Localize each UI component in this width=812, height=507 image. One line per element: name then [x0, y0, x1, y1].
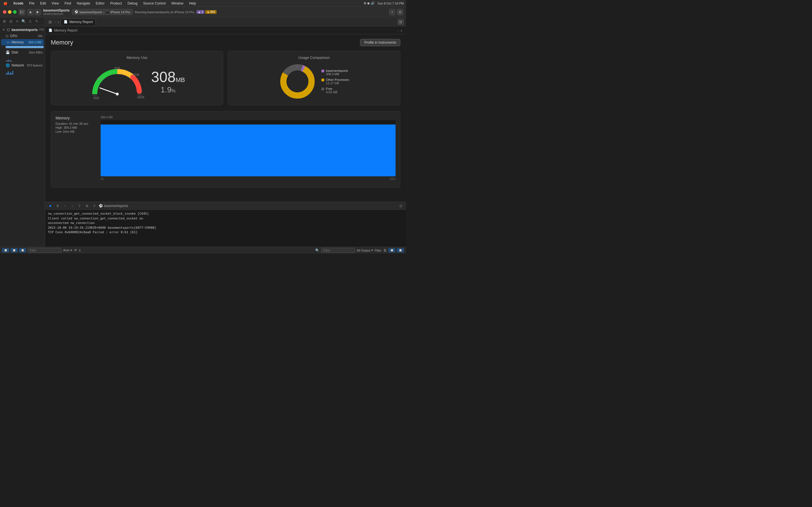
spark-bar [6, 61, 6, 62]
sidebar-item-memory[interactable]: ▭ Memory 308.3 MB [1, 39, 44, 45]
status-right: 🔍 All Output ▾ Filter 🗑 🔲 🔲 [315, 248, 404, 253]
sidebar-hierarchy-icon[interactable]: ≡ [15, 19, 20, 24]
close-button[interactable] [3, 10, 6, 14]
sidebar-warning-icon[interactable]: ⚠ [28, 19, 33, 24]
svg-text:16GB: 16GB [137, 96, 144, 99]
legend-label-basementsports: basementsports [326, 69, 348, 72]
right-filter-input[interactable] [321, 248, 355, 253]
menu-editor[interactable]: Editor [95, 1, 106, 5]
menu-navigate[interactable]: Navigate [75, 1, 91, 5]
device-app-name: basementSports [80, 10, 102, 14]
tab-memory-report[interactable]: 📄 Memory Report [61, 18, 96, 25]
console-pause-button[interactable]: ⏸ [55, 203, 60, 209]
apple-menu[interactable]: 🍎 [2, 1, 9, 5]
legend-value-free: 4.53 GB [326, 91, 337, 94]
console-record-button[interactable]: ■ [47, 203, 53, 209]
usage-comparison-card: Usage Comparison [228, 51, 400, 105]
time-axis: 0s 189s [101, 177, 396, 180]
svg-point-3 [116, 93, 119, 96]
menu-file[interactable]: File [28, 1, 36, 5]
project-architecture: newArchitecture [43, 12, 70, 15]
clear-icon[interactable]: 🗑 [383, 248, 387, 252]
sidebar-item-network[interactable]: 🌐 Network 373 bytes/s [0, 62, 45, 68]
disk-label: Disk [11, 50, 27, 54]
purple-badge[interactable]: ▲ 1 [197, 10, 204, 14]
add-button[interactable]: + [389, 9, 395, 15]
device-selector[interactable]: ⚽ basementSports › 📱 iPhone 14 Pro [72, 9, 133, 15]
menu-debug[interactable]: Debug [126, 1, 139, 5]
output-label[interactable]: All Output ▾ [357, 248, 373, 252]
memory-graph-duration: Duration: 41 min 39 sec [56, 122, 95, 125]
spark-bar [12, 71, 13, 75]
menu-window[interactable]: Window [170, 1, 185, 5]
menu-edit[interactable]: Edit [39, 1, 47, 5]
minimize-button[interactable] [8, 10, 11, 14]
network-sparkline [6, 69, 43, 75]
run-button[interactable]: ▶ [35, 9, 41, 15]
sidebar-search-icon[interactable]: 🔍 [21, 19, 26, 24]
status-blue-badge2[interactable]: 🔲 [397, 248, 404, 252]
spark-bar [7, 60, 8, 62]
collapse-arrow-icon: ▼ [2, 28, 5, 31]
yellow-badge[interactable]: ▲ 865 [205, 10, 216, 14]
gauge-percent: 1.9% [151, 86, 185, 94]
legend-color-yellow [321, 78, 324, 81]
sidebar-item-cpu[interactable]: ⊡ CPU 0% [0, 33, 45, 39]
svg-text:4GB: 4GB [97, 77, 103, 80]
sidebar-toggle-button[interactable] [19, 9, 25, 15]
breadcrumb-back[interactable]: ‹ [397, 28, 399, 33]
memory-graph-title: Memory [56, 116, 95, 120]
donut-legend: basementsports 308.3 MB Other Processes … [321, 69, 349, 94]
memory-chart-fill [101, 124, 396, 176]
console-down-button[interactable]: ↓ [69, 203, 75, 209]
memory-label: Memory [11, 40, 27, 44]
breadcrumb-label: Memory Report [54, 29, 78, 33]
menubar-time: Sun 8 Oct 7:19 PM [377, 2, 404, 5]
spark-bar [8, 59, 9, 62]
menu-xcode[interactable]: Xcode [12, 1, 24, 5]
console-copy-button[interactable]: ⧉ [84, 203, 90, 209]
legend-value-basementsports: 308.3 MB [326, 72, 348, 76]
menu-product[interactable]: Product [109, 1, 123, 5]
stop-button[interactable]: ■ [28, 9, 34, 15]
breadcrumb-forward[interactable]: › [400, 28, 403, 33]
menu-help[interactable]: Help [188, 1, 197, 5]
eye-icon[interactable]: 👁 [74, 248, 78, 252]
sidebar-project-header[interactable]: ▼ ⬡ basementsports PID 6077 ℹ ⚙ [0, 26, 45, 33]
layout-button[interactable]: ⊡ [397, 9, 403, 15]
sidebar-item-disk[interactable]: 💾 Disk Zero KB/s [0, 49, 45, 55]
back-arrow[interactable]: ‹ [54, 20, 57, 24]
warning-badges: ▲ 1 ▲ 865 [197, 10, 216, 14]
status-blue-badge1[interactable]: 🔲 [389, 248, 395, 252]
menu-find[interactable]: Find [63, 1, 72, 5]
left-filter-input[interactable] [28, 248, 61, 253]
gauge-value-display: 308MB 1.9% [151, 69, 185, 94]
sidebar-grid-icon[interactable]: ⊞ [2, 19, 7, 24]
legend-value-other: 11.17 GB [326, 81, 349, 85]
info-status-icon[interactable]: ℹ [79, 248, 81, 252]
device-name: iPhone 14 Pro [110, 10, 130, 14]
tab-layout-button[interactable]: ⊡ [398, 19, 404, 25]
project-info: basementSports newArchitecture [43, 8, 70, 15]
run-status-label: Running basementsports on iPhone 14 Pro [135, 10, 194, 14]
profile-instruments-button[interactable]: Profile in Instruments [360, 39, 400, 46]
time-end: 189s [389, 177, 396, 180]
console-up-button[interactable]: ↑ [62, 203, 68, 209]
sidebar-editor-icon[interactable]: ✎ [34, 19, 39, 24]
maximize-button[interactable] [13, 10, 17, 14]
gauge-number: 308 [151, 69, 175, 85]
console-expand-button[interactable]: ⊡ [398, 203, 404, 209]
sidebar-inspect-icon[interactable]: ⊟ [8, 19, 13, 24]
filter-mode-badge2[interactable]: 🔲 [11, 248, 17, 252]
filter-mode-badge3[interactable]: 🔲 [19, 248, 26, 252]
forward-arrow[interactable]: › [57, 20, 60, 24]
tab-nav-grid-icon[interactable]: ⊞ [47, 20, 53, 24]
console-import-button[interactable]: ⇧ [77, 203, 82, 209]
menu-source-control[interactable]: Source Control [142, 1, 167, 5]
content-main: Memory Profile in Instruments Memory Use [45, 34, 406, 202]
console-share-button[interactable]: ↗ [91, 203, 97, 209]
cpu-icon: ⊡ [6, 34, 8, 38]
sidebar-pid-label: PID [40, 28, 44, 31]
filter-mode-badge[interactable]: 🔲 [2, 248, 9, 252]
menu-view[interactable]: View [50, 1, 60, 5]
